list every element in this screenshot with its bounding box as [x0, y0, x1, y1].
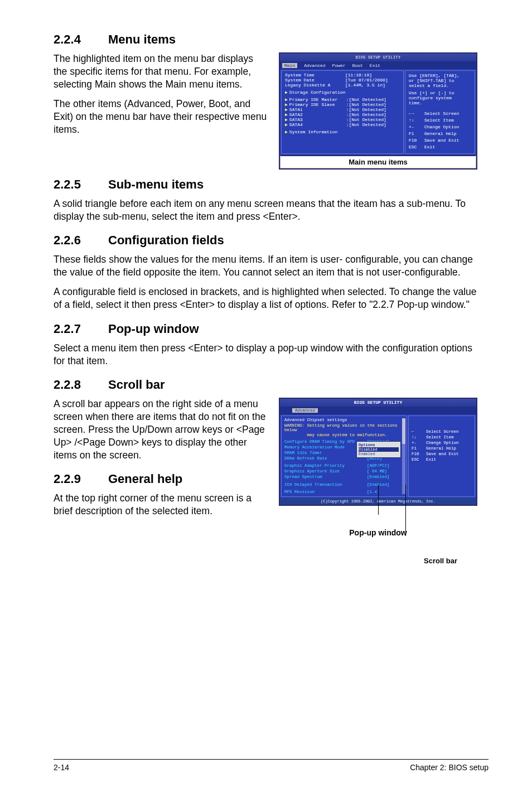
- bios-top-r6v: :[Not Detected]: [346, 102, 386, 107]
- bios2-titlebar: BIOS SETUP UTILITY: [280, 399, 476, 407]
- hint-txt: General Help: [426, 446, 456, 451]
- heading-228-num: 2.2.8: [54, 378, 108, 392]
- hint-txt: Select Item: [426, 435, 454, 439]
- footer-right: Chapter 2: BIOS setup: [410, 763, 489, 772]
- hint-sym: ←: [412, 429, 426, 434]
- bios2-left-panel: Advanced Chipset settings WARNING: Setti…: [281, 416, 407, 497]
- pointer-line-scroll: [405, 485, 406, 536]
- hint-sym: ESC: [412, 457, 426, 462]
- bios-top-title-text: BIOS SETUP UTILITY: [355, 55, 400, 60]
- bios2-r8k: ICH Delayed Transaction: [284, 482, 367, 487]
- p-228: A scroll bar appears on the right side o…: [54, 398, 269, 462]
- footer-left: 2-14: [54, 763, 69, 772]
- heading-224-num: 2.2.4: [54, 32, 108, 47]
- triangle-icon: ▶: [285, 117, 288, 122]
- bios-tab-main: Main: [282, 63, 297, 68]
- bios2-popup-o1: Disabled: [359, 447, 399, 452]
- bios-top-caption: Main menu items: [280, 155, 476, 168]
- heading-227-num: 2.2.7: [54, 322, 108, 336]
- hint-txt: Change Option: [426, 441, 459, 445]
- p-226b: A configurable field is enclosed in brac…: [54, 286, 477, 311]
- label-popup-window: Pop-up window: [279, 528, 477, 537]
- hint-txt: Save and Exit: [426, 452, 459, 456]
- bios2-scroll-thumb: [402, 418, 405, 444]
- heading-229-num: 2.2.9: [54, 472, 108, 486]
- bios2-hdr: Advanced Chipset settings: [284, 418, 404, 422]
- heading-229-title: General help: [108, 472, 182, 486]
- hint-txt: Select Item: [424, 118, 454, 123]
- bios2-r2k: Memory Acceleration Mode: [284, 445, 367, 450]
- hint-sym: F10: [412, 452, 426, 456]
- triangle-icon: ▶: [285, 90, 288, 95]
- hint-sym: +-: [412, 441, 426, 445]
- bios2-popup-o2: Enabled: [359, 452, 399, 456]
- hint-sym: ↑↓: [409, 118, 424, 123]
- bios2-r5k: Graphic Adapter Priority: [284, 463, 367, 468]
- bios-tab-exit: Exit: [370, 63, 380, 68]
- heading-226: 2.2.6Configuration fields: [54, 233, 477, 248]
- triangle-icon: ▶: [285, 97, 288, 102]
- bios-top-r5k: Primary IDE Master: [289, 97, 346, 102]
- heading-229: 2.2.9General help: [54, 472, 269, 486]
- heading-227-title: Pop-up window: [108, 322, 199, 336]
- bios-top-desc6: time.: [409, 100, 471, 105]
- bios-top-titlebar: BIOS SETUP UTILITY: [280, 54, 476, 61]
- p-224a: The highlighted item on the menu bar dis…: [54, 52, 269, 91]
- label-scroll-bar: Scroll bar: [424, 557, 457, 565]
- bios2-r6v: [ 64 MB]: [367, 468, 387, 474]
- bios-top-r8k: SATA2: [289, 112, 346, 117]
- heading-224-title: Menu items: [108, 32, 176, 46]
- hint-sym: ←→: [409, 111, 424, 116]
- bios-top-r9k: SATA3: [289, 117, 346, 122]
- bios2-r4k: DRAm Refresh Rate: [284, 456, 367, 461]
- bios-screenshot-main: BIOS SETUP UTILITY Main Advanced Power B…: [279, 52, 477, 170]
- heading-226-title: Configuration fields: [108, 233, 224, 247]
- hint-sym: F1: [412, 446, 426, 451]
- bios2-scrollbar: [402, 418, 405, 494]
- bios2-r1k: Configure DRAM Timing by SPD: [284, 439, 367, 445]
- bios-top-r11: System Information: [289, 129, 337, 134]
- bios-tab-power: Power: [332, 63, 346, 68]
- bios2-tab-advanced: Advanced: [292, 408, 318, 413]
- hint-txt: General Help: [424, 131, 457, 136]
- bios2-tabs: Advanced: [280, 407, 476, 414]
- bios-top-r1k: System Time: [285, 73, 345, 78]
- hint-sym: +-: [409, 124, 424, 129]
- bios2-r9k: MPS Revision: [284, 489, 367, 495]
- pointer-line-popup: [378, 485, 379, 515]
- bios-top-r9v: :[Not Detected]: [346, 117, 386, 122]
- p-226a: These fields show the values for the men…: [54, 253, 477, 279]
- page-footer: 2-14 Chapter 2: BIOS setup: [54, 759, 489, 772]
- p-227: Select a menu item then press <Enter> to…: [54, 342, 477, 368]
- bios-top-r6k: Primary IDE Slave: [289, 102, 346, 107]
- heading-226-num: 2.2.6: [54, 233, 108, 248]
- heading-228: 2.2.8Scroll bar: [54, 378, 477, 392]
- bios-top-desc3: select a field.: [409, 83, 471, 88]
- bios-top-desc2: or [SHIFT-TAB] to: [409, 78, 471, 83]
- bios-top-desc4: Use [+] or [-] to: [409, 90, 471, 95]
- bios-top-left-panel: System Time[11:10:19] System Date[Tue 07…: [281, 70, 404, 154]
- bios-top-r7v: :[Not Detected]: [346, 107, 386, 112]
- bios2-popup-window: Options Disabled Enabled: [356, 441, 401, 458]
- heading-225: 2.2.5Sub-menu items: [54, 177, 477, 192]
- bios2-right-panel: ←Select Screen ↑↓Select Item +-Change Op…: [408, 416, 475, 497]
- p-225: A solid triangle before each item on any…: [54, 197, 477, 223]
- bios-top-right-panel: Use [ENTER], [TAB], or [SHIFT-TAB] to se…: [405, 70, 475, 154]
- hint-txt: Change Option: [424, 124, 459, 129]
- hint-txt: Select Screen: [426, 429, 459, 434]
- heading-227: 2.2.7Pop-up window: [54, 322, 477, 336]
- triangle-icon: ▶: [285, 102, 288, 107]
- hint-txt: Select Screen: [424, 111, 459, 116]
- bios2-r7v: [Enabled]: [367, 474, 390, 480]
- heading-225-title: Sub-menu items: [108, 177, 204, 191]
- triangle-icon: ▶: [285, 107, 288, 112]
- hint-sym: ↑↓: [412, 435, 426, 439]
- hint-sym: ESC: [409, 144, 424, 149]
- bios-top-r7k: SATA1: [289, 107, 346, 112]
- hint-txt: Save and Exit: [424, 138, 459, 143]
- triangle-icon: ▶: [285, 129, 288, 134]
- bios-top-r2k: System Date: [285, 78, 345, 83]
- bios-top-r10k: SATA4: [289, 122, 346, 127]
- p-224b: The other items (Advanced, Power, Boot, …: [54, 98, 269, 136]
- bios-top-desc1: Use [ENTER], [TAB],: [409, 73, 471, 78]
